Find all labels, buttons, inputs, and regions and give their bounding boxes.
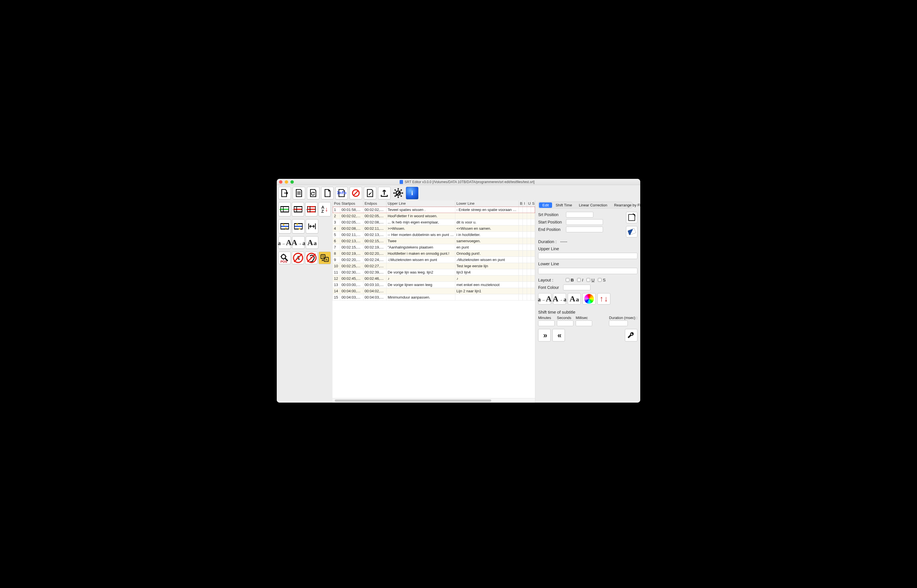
tab-edit[interactable]: Edit [539,202,552,208]
case-toggle-button[interactable]: Aa [568,293,581,305]
window-close-button[interactable] [279,180,283,184]
cell-flag[interactable] [523,269,527,276]
cell-end[interactable]: 00:02:15,803 [363,238,386,244]
cell-pos[interactable]: 11 [333,269,340,276]
sort-button[interactable]: AZ ↓ [319,202,331,216]
cell-flag[interactable] [519,213,523,219]
cell-flag[interactable] [519,294,523,300]
to-lower-button[interactable]: A→a [553,293,566,305]
table-row[interactable]: 100:01:58,55100:02:02,056Teveel spaties … [333,207,535,213]
window-zoom-button[interactable] [290,180,294,184]
col-lower[interactable]: Lower Line [455,200,519,207]
edit-entry-button[interactable] [626,212,637,223]
export-button[interactable] [378,187,391,199]
cell-flag[interactable] [531,288,535,294]
fix-positions-button[interactable]: POS [278,252,291,264]
cell-pos[interactable]: 6 [333,238,340,244]
cell-start[interactable]: 00:02:08,529 [340,226,363,232]
cell-flag[interactable] [523,207,527,213]
table-row[interactable]: 800:02:19,37300:02:20,775Hoofdletter i m… [333,250,535,257]
cell-pos[interactable]: 12 [333,276,340,282]
open-file-button[interactable] [278,187,291,199]
cell-end[interactable]: 00:04:03,500 [363,294,386,300]
tabs-overflow-icon[interactable]: › [632,203,635,208]
new-file-button[interactable] [321,187,334,199]
cell-flag[interactable] [519,232,523,238]
cell-flag[interactable] [527,213,531,219]
cell-lower[interactable]: - Enkele streep en spatie vooraan wissen… [455,207,519,213]
col-pos[interactable]: Pos [333,200,340,207]
cell-pos[interactable]: 1 [333,207,340,213]
italic-checkbox[interactable] [577,278,581,282]
table-row[interactable]: 900:02:20,87500:02:24,143♫Muzieknoten wi… [333,257,535,263]
cell-flag[interactable] [519,269,523,276]
cell-start[interactable]: 00:02:20,875 [340,257,363,263]
cell-end[interactable]: 00:02:24,143 [363,257,386,263]
cell-upper[interactable]: HooFdletter f in woord wissen. [386,213,455,219]
cell-lower[interactable]: dit is voor u. [455,219,519,226]
cell-flag[interactable] [523,238,527,244]
cell-end[interactable]: 00:02:20,775 [363,250,386,257]
start-position-input[interactable] [566,219,603,225]
cell-flag[interactable] [523,288,527,294]
table-row[interactable]: 400:02:08,52900:02:11,465>>Wissen.<<Wiss… [333,226,535,232]
tab-shift-time[interactable]: Shift Time [552,202,576,208]
cell-start[interactable]: 00:02:19,373 [340,250,363,257]
cell-flag[interactable] [519,244,523,250]
reload-file-button[interactable] [307,187,319,199]
cell-pos[interactable]: 2 [333,213,340,219]
cell-pos[interactable]: 14 [333,288,340,294]
cell-start[interactable]: 00:02:15,903 [340,244,363,250]
cell-flag[interactable] [527,238,531,244]
cell-pos[interactable]: 5 [333,232,340,238]
col-b[interactable]: B [519,200,523,207]
cell-start[interactable]: 00:01:58,551 [340,207,363,213]
tab-linear-correction[interactable]: Linear Correction [576,202,611,208]
table-row[interactable]: 1200:02:45,87500:02:46,365♪♪ [333,276,535,282]
cell-pos[interactable]: 9 [333,257,340,263]
cell-flag[interactable] [531,282,535,288]
cell-flag[interactable] [519,219,523,226]
cell-pos[interactable]: 3 [333,219,340,226]
cell-start[interactable]: 00:03:00,456 [340,282,363,288]
cell-end[interactable]: 00:02:46,365 [363,276,386,282]
cell-upper[interactable]: Minimumduur aanpassen. [386,294,455,300]
cell-flag[interactable] [523,263,527,269]
cell-flag[interactable] [523,276,527,282]
col-end[interactable]: Endpos [363,200,386,207]
cell-end[interactable]: 00:03:10,885 [363,282,386,288]
cell-flag[interactable] [527,232,531,238]
lower-line-input[interactable] [538,268,637,274]
cell-end[interactable]: 00:02:08,429 [363,219,386,226]
cell-flag[interactable] [531,257,535,263]
cell-pos[interactable]: 15 [333,294,340,300]
cell-start[interactable]: 00:04:03,000 [340,294,363,300]
cell-upper[interactable]: -- Hier moeten dubbelmin wis en punt kom… [386,232,455,238]
merge-up-button[interactable]: ▲ ▼ [278,219,291,233]
cell-upper[interactable]: Teveel spaties wissen . [386,207,455,213]
cell-flag[interactable] [527,288,531,294]
cell-flag[interactable] [531,276,535,282]
table-row[interactable]: 1000:02:25,23400:02:27,333Test lege eers… [333,263,535,269]
table-row[interactable]: 1500:04:03,00000:04:03,500Minimumduur aa… [333,294,535,300]
cell-upper[interactable]: De vorige lijnen waren leeg [386,282,455,288]
info-file-button[interactable]: Info [335,187,348,199]
end-position-input[interactable] [566,227,603,232]
cell-flag[interactable] [531,219,535,226]
cell-end[interactable]: 00:02:05,593 [363,213,386,219]
cell-lower[interactable]: en punt [455,244,519,250]
cell-pos[interactable]: 13 [333,282,340,288]
cell-flag[interactable] [523,226,527,232]
cell-flag[interactable] [527,219,531,226]
to-upper-button[interactable]: a→A [538,293,551,305]
apply-shift-button[interactable] [625,329,637,341]
horizontal-scrollbar[interactable] [333,398,535,402]
window-minimize-button[interactable] [285,180,288,184]
cell-end[interactable]: 00:02:39,635 [363,269,386,276]
cell-start[interactable]: 00:02:13,733 [340,238,363,244]
cell-flag[interactable] [527,207,531,213]
col-start[interactable]: Startpos [340,200,363,207]
cell-flag[interactable] [527,257,531,263]
clear-rows-button[interactable]: − [305,202,317,216]
cell-start[interactable]: 00:02:02,156 [340,213,363,219]
